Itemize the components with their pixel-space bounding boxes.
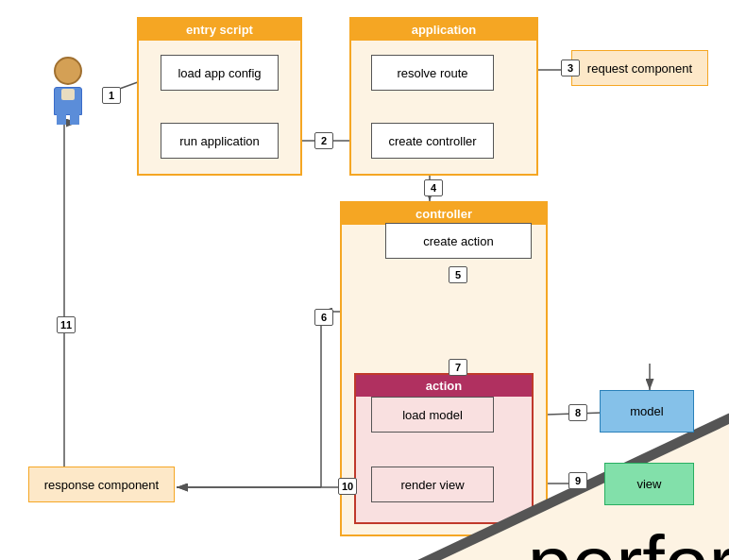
create-controller-box: create controller [371, 123, 494, 159]
load-model-box: load model [371, 397, 494, 433]
entry-script-header: entry script [139, 19, 300, 41]
step-9: 9 [568, 472, 587, 489]
step-11: 11 [57, 316, 76, 333]
step-10: 10 [338, 478, 357, 495]
svg-text:perform filters: perform filters [528, 519, 729, 560]
diagram: entry script application controller acti… [0, 0, 729, 560]
request-component-box: request component [571, 50, 708, 86]
step-6: 6 [314, 309, 333, 326]
response-component-box: response component [28, 467, 175, 502]
step-1: 1 [102, 87, 121, 104]
run-application-box: run application [161, 123, 279, 159]
user-figure [40, 57, 96, 132]
resolve-route-box: resolve route [371, 55, 494, 91]
load-app-config-box: load app config [161, 55, 279, 91]
step-5: 5 [449, 266, 467, 283]
model-box: model [600, 390, 694, 433]
create-action-box: create action [385, 223, 532, 259]
application-header: application [351, 19, 536, 41]
controller-header: controller [342, 203, 546, 225]
view-box: view [604, 463, 694, 505]
step-3: 3 [561, 59, 580, 76]
step-2: 2 [314, 132, 333, 149]
step-7: 7 [449, 359, 467, 376]
perform-filters-diamond: perform filters [406, 288, 510, 340]
render-view-box: render view [371, 467, 494, 502]
step-8: 8 [568, 404, 587, 421]
step-4: 4 [424, 179, 443, 196]
